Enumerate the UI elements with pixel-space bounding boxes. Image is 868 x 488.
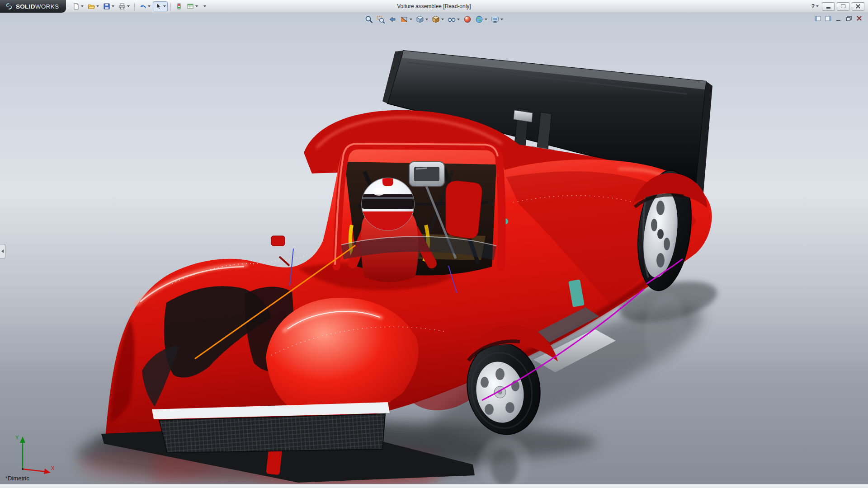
apply-scene-button[interactable] — [474, 14, 489, 24]
status-bar — [0, 484, 868, 488]
pane-left-button[interactable] — [814, 15, 822, 22]
save-button[interactable] — [101, 1, 116, 11]
hide-show-items-button[interactable] — [446, 14, 461, 24]
rear-view-mirror — [409, 162, 444, 186]
triad-y-arrow — [20, 436, 25, 443]
title-toolbar — [71, 1, 208, 11]
dropdown-caret-icon[interactable] — [485, 19, 487, 20]
orientation-triad: Y X — [7, 431, 57, 474]
print-icon — [118, 3, 126, 10]
new-document-icon — [72, 3, 80, 10]
zoom-to-fit-icon — [365, 15, 373, 23]
display-style-icon — [432, 15, 440, 23]
select-cursor-icon — [155, 3, 162, 10]
dropdown-caret-icon — [816, 5, 819, 7]
dropdown-caret-icon[interactable] — [441, 19, 444, 20]
view-settings-icon — [491, 15, 499, 23]
hide-show-items-icon — [448, 15, 456, 23]
seat-headrest — [446, 181, 482, 238]
featuremanager-collapse-tab[interactable] — [0, 244, 5, 258]
toolbar-separator — [134, 3, 135, 10]
view-orientation-label: *Dimetric — [5, 475, 29, 482]
rebuild-icon — [175, 3, 183, 10]
view-orientation-button[interactable] — [415, 14, 429, 24]
new-document-button[interactable] — [71, 1, 85, 11]
dropdown-caret-icon[interactable] — [148, 5, 151, 7]
dropdown-caret-icon[interactable] — [410, 19, 412, 20]
pane-right-button[interactable] — [824, 15, 832, 22]
select-button[interactable] — [153, 1, 168, 11]
dropdown-caret-icon[interactable] — [425, 19, 428, 20]
view-settings-button[interactable] — [490, 14, 505, 24]
triad-y-label: Y — [15, 435, 19, 440]
left-side-mirror[interactable] — [271, 236, 289, 266]
solidworks-logo: SOLIDWORKS — [0, 0, 66, 13]
pane-right-icon — [825, 16, 831, 21]
zoom-to-area-icon — [377, 15, 385, 23]
dassault-systemes-logo-icon — [5, 2, 14, 10]
options-button[interactable] — [185, 1, 200, 11]
window-controls: ? — [811, 2, 868, 11]
options-icon — [187, 3, 194, 10]
display-style-button[interactable] — [430, 14, 445, 24]
doc-minimize-icon — [835, 16, 842, 21]
edit-appearance-icon — [463, 15, 472, 23]
document-window-controls — [814, 15, 863, 22]
dropdown-caret-icon[interactable] — [112, 5, 114, 7]
open-button[interactable] — [86, 1, 101, 11]
save-icon — [103, 3, 110, 10]
dropdown-caret-icon — [203, 5, 206, 7]
window-title: Voiture assemblee [Read-only] — [397, 3, 471, 9]
dropdown-caret-icon[interactable] — [195, 5, 198, 7]
car-model[interactable] — [0, 13, 868, 484]
edit-appearance-button[interactable] — [462, 14, 473, 24]
section-view-icon — [400, 15, 408, 23]
previous-view-button[interactable] — [387, 14, 398, 24]
section-view-button[interactable] — [399, 14, 414, 24]
doc-close-button[interactable] — [855, 15, 863, 22]
rebuild-button[interactable] — [174, 1, 184, 11]
toolbar-overflow-caret[interactable] — [200, 4, 208, 9]
restore-button[interactable] — [837, 2, 849, 11]
previous-view-icon — [388, 15, 396, 23]
dropdown-caret-icon[interactable] — [500, 19, 503, 20]
undo-icon — [139, 3, 146, 10]
titlebar: SOLIDWORKS — [0, 0, 868, 13]
dropdown-caret-icon[interactable] — [96, 5, 99, 7]
minimize-button[interactable] — [822, 2, 835, 11]
print-button[interactable] — [117, 1, 132, 11]
undo-button[interactable] — [137, 1, 152, 11]
close-icon — [856, 4, 860, 9]
brand-text: SOLIDWORKS — [16, 3, 59, 10]
doc-restore-icon — [846, 16, 852, 21]
help-button[interactable]: ? — [811, 3, 820, 9]
dropdown-caret-icon[interactable] — [457, 19, 460, 20]
triad-x-label: X — [51, 465, 55, 471]
cockpit[interactable] — [335, 144, 502, 282]
graphics-area[interactable]: Y X *Dimetric — [0, 13, 868, 484]
doc-restore-button[interactable] — [845, 15, 853, 22]
dropdown-caret-icon[interactable] — [163, 5, 166, 7]
headsup-view-toolbar — [363, 14, 505, 24]
toolbar-separator — [170, 3, 171, 10]
zoom-to-area-button[interactable] — [375, 14, 386, 24]
restore-icon — [841, 5, 845, 8]
close-button[interactable] — [852, 2, 864, 11]
pane-left-icon — [815, 16, 821, 21]
doc-minimize-button[interactable] — [835, 15, 843, 22]
open-icon — [88, 3, 95, 10]
dropdown-caret-icon[interactable] — [81, 5, 84, 7]
apply-scene-icon — [475, 15, 483, 23]
triad-x-arrow — [44, 469, 51, 474]
view-orientation-icon — [416, 15, 424, 23]
minimize-icon — [826, 7, 830, 9]
zoom-to-fit-button[interactable] — [363, 14, 374, 24]
solidworks-window: SOLIDWORKS — [0, 0, 868, 488]
dropdown-caret-icon[interactable] — [127, 5, 130, 7]
collapse-arrow-icon — [1, 249, 4, 253]
doc-close-icon — [856, 16, 863, 21]
